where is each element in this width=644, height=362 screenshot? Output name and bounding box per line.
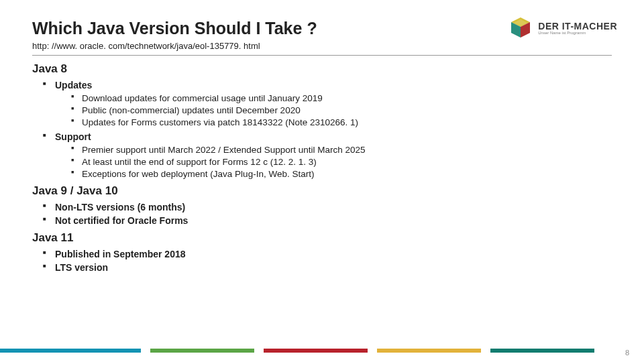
stripe-segment <box>150 349 254 353</box>
bullet-item: LTS version <box>43 262 612 273</box>
sub-bullet-list: Premier support until March 2022 / Exten… <box>71 145 612 179</box>
logo-text: DER IT-MACHER Unser Name ist Programm <box>538 21 617 35</box>
bullet-item: UpdatesDownload updates for commercial u… <box>43 80 612 127</box>
stripe-segment <box>490 349 594 353</box>
bullet-item: Not certified for Oracle Forms <box>43 215 612 226</box>
sub-bullet-item: Public (non-commercial) updates until De… <box>71 105 612 115</box>
sub-bullet-item: Updates for Forms customers via patch 18… <box>71 117 612 127</box>
footer-stripe <box>0 349 644 353</box>
bullet-list: Non-LTS versions (6 months)Not certified… <box>43 202 612 226</box>
title-rule <box>32 55 612 56</box>
sub-bullet-item: At least until the end of support for Fo… <box>71 157 612 167</box>
source-url: http: //www. oracle. com/technetwork/jav… <box>32 41 612 51</box>
logo-cube-icon <box>508 16 533 40</box>
bullet-item: Non-LTS versions (6 months) <box>43 202 612 213</box>
stripe-segment <box>0 349 141 353</box>
sub-bullet-item: Download updates for commercial usage un… <box>71 93 612 103</box>
sub-bullet-list: Download updates for commercial usage un… <box>71 93 612 127</box>
stripe-segment <box>377 349 481 353</box>
section-heading: Java 11 <box>32 231 612 245</box>
logo-sub: Unser Name ist Programm <box>538 31 617 35</box>
section-heading: Java 9 / Java 10 <box>32 184 612 198</box>
bullet-list: Published in September 2018LTS version <box>43 249 612 273</box>
bullet-item: SupportPremier support until March 2022 … <box>43 131 612 179</box>
sub-bullet-item: Exceptions for web deployment (Java Plug… <box>71 169 612 179</box>
slide: DER IT-MACHER Unser Name ist Programm Wh… <box>0 0 644 362</box>
page-number: 8 <box>625 349 629 357</box>
section-heading: Java 8 <box>32 62 612 76</box>
bullet-list: UpdatesDownload updates for commercial u… <box>43 80 612 179</box>
bullet-item: Published in September 2018 <box>43 249 612 259</box>
logo: DER IT-MACHER Unser Name ist Programm <box>508 16 617 40</box>
logo-main: DER IT-MACHER <box>538 21 617 31</box>
sub-bullet-item: Premier support until March 2022 / Exten… <box>71 145 612 155</box>
stripe-segment <box>264 349 368 353</box>
content: Java 8UpdatesDownload updates for commer… <box>32 62 612 273</box>
